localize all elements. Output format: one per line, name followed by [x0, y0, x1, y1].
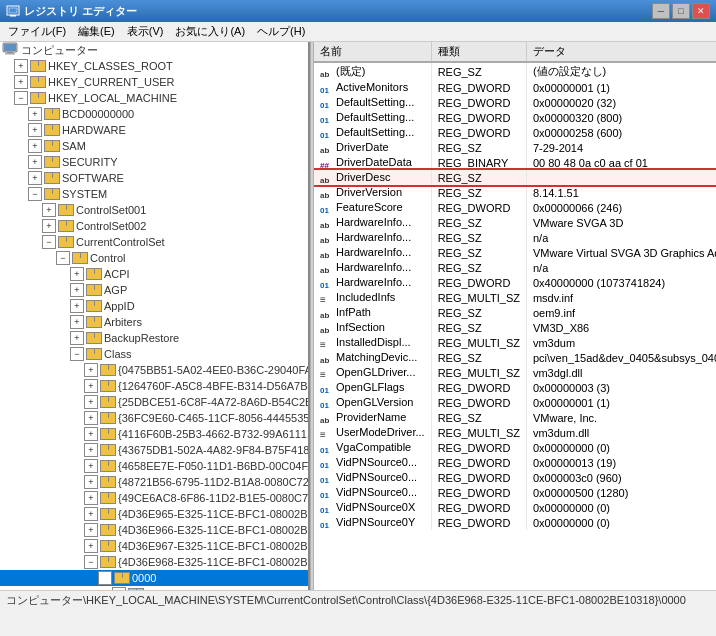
table-row[interactable]: OpenGLFlagsREG_DWORD0x00000003 (3) [314, 380, 716, 395]
menu-help[interactable]: ヘルプ(H) [251, 22, 311, 41]
tree-node-ccs002[interactable]: +ControlSet002 [0, 218, 308, 234]
expander-arbiters[interactable]: + [70, 315, 84, 329]
tree-node-backuprestore[interactable]: +BackupRestore [0, 330, 308, 346]
table-row[interactable]: OpenGLVersionREG_DWORD0x00000001 (1) [314, 395, 716, 410]
table-row[interactable]: DefaultSetting...REG_DWORD0x00000020 (32… [314, 95, 716, 110]
col-type[interactable]: 種類 [431, 42, 526, 62]
expander-cls5[interactable]: + [84, 427, 98, 441]
table-row[interactable]: InstalledDispl...REG_MULTI_SZvm3dum [314, 335, 716, 350]
tree-node-hardware[interactable]: +HARDWARE [0, 122, 308, 138]
tree-node-cls9[interactable]: +{49CE6AC8-6F86-11D2-B1E5-0080C72E74A2} [0, 490, 308, 506]
expander-cls4[interactable]: + [84, 411, 98, 425]
tree-node-cls5[interactable]: +{4116F60B-25B3-4662-B732-99A61111EDC0B} [0, 426, 308, 442]
tree-node-ccs[interactable]: −CurrentControlSet [0, 234, 308, 250]
expander-acpi[interactable]: + [70, 267, 84, 281]
tree-node-cls6[interactable]: +{43675DB1-502A-4A82-9F84-B75F418C5DEA} [0, 442, 308, 458]
expander-cls1[interactable]: + [84, 363, 98, 377]
tree-root[interactable]: コンピューター [0, 42, 308, 58]
tree-node-cls3[interactable]: +{25DBCE51-6C8F-4A72-8A6D-B54C2B4FC835} [0, 394, 308, 410]
tree-node-arbiters[interactable]: +Arbiters [0, 314, 308, 330]
tree-node-cls13[interactable]: −{4D36E968-E325-11CE-BFC1-08002BE10318} [0, 554, 308, 570]
table-row[interactable]: VgaCompatibleREG_DWORD0x00000000 (0) [314, 440, 716, 455]
table-row[interactable]: (既定)REG_SZ(値の設定なし) [314, 62, 716, 80]
tree-node-cls8[interactable]: +{48721B56-6795-11D2-B1A8-0080C72E74A2} [0, 474, 308, 490]
table-row[interactable]: VidPNSource0...REG_DWORD0x00000500 (1280… [314, 485, 716, 500]
maximize-button[interactable]: □ [672, 3, 690, 19]
table-row[interactable]: HardwareInfo...REG_SZn/a [314, 260, 716, 275]
col-name[interactable]: 名前 [314, 42, 431, 62]
expander-control[interactable]: − [56, 251, 70, 265]
expander-hardware[interactable]: + [28, 123, 42, 137]
table-row[interactable]: OpenGLDriver...REG_MULTI_SZvm3dgl.dll [314, 365, 716, 380]
expander-cls7[interactable]: + [84, 459, 98, 473]
expander-sam[interactable]: + [28, 139, 42, 153]
tree-node-cls13_0000[interactable]: −0000 [0, 570, 308, 586]
table-row[interactable]: UserModeDriver...REG_MULTI_SZvm3dum.dll [314, 425, 716, 440]
expander-system[interactable]: − [28, 187, 42, 201]
table-row[interactable]: HardwareInfo...REG_SZVMware Virtual SVGA… [314, 245, 716, 260]
tree-node-cls11[interactable]: +{4D36E966-E325-11CE-BFC1-08002BE10318} [0, 522, 308, 538]
tree-node-appid[interactable]: +AppID [0, 298, 308, 314]
expander-bcd[interactable]: + [28, 107, 42, 121]
table-row[interactable]: DefaultSetting...REG_DWORD0x00000320 (80… [314, 110, 716, 125]
table-row[interactable]: VidPNSource0...REG_DWORD0x000003c0 (960) [314, 470, 716, 485]
tree-node-acpi[interactable]: +ACPI [0, 266, 308, 282]
table-row[interactable]: DefaultSetting...REG_DWORD0x00000258 (60… [314, 125, 716, 140]
menu-edit[interactable]: 編集(E) [72, 22, 121, 41]
expander-ccs002[interactable]: + [42, 219, 56, 233]
table-row[interactable]: HardwareInfo...REG_SZn/a [314, 230, 716, 245]
tree-node-cls7[interactable]: +{4658EE7E-F050-11D1-B6BD-00C04FA372A7} [0, 458, 308, 474]
table-row[interactable]: InfSectionREG_SZVM3D_X86 [314, 320, 716, 335]
table-row[interactable]: DriverDescREG_SZ [314, 170, 716, 185]
tree-node-sam[interactable]: +SAM [0, 138, 308, 154]
expander-hklm[interactable]: − [14, 91, 28, 105]
menu-file[interactable]: ファイル(F) [2, 22, 72, 41]
tree-node-hklm[interactable]: −HKEY_LOCAL_MACHINE [0, 90, 308, 106]
table-row[interactable]: IncludedInfsREG_MULTI_SZmsdv.inf [314, 290, 716, 305]
expander-cls8[interactable]: + [84, 475, 98, 489]
table-row[interactable]: DriverDateREG_SZ7-29-2014 [314, 140, 716, 155]
tree-node-security[interactable]: +SECURITY [0, 154, 308, 170]
tree-node-cls12[interactable]: +{4D36E967-E325-11CE-BFC1-08002BE10318} [0, 538, 308, 554]
table-row[interactable]: VidPNSource0...REG_DWORD0x00000013 (19) [314, 455, 716, 470]
table-row[interactable]: ActiveMonitorsREG_DWORD0x00000001 (1) [314, 80, 716, 95]
table-row[interactable]: HardwareInfo...REG_DWORD0x40000000 (1073… [314, 275, 716, 290]
expander-cls13[interactable]: − [84, 555, 98, 569]
table-row[interactable]: DriverVersionREG_SZ8.14.1.51 [314, 185, 716, 200]
tree-node-cls10[interactable]: +{4D36E965-E325-11CE-BFC1-08002BE10318} [0, 506, 308, 522]
expander-backuprestore[interactable]: + [70, 331, 84, 345]
expander-ccs001[interactable]: + [42, 203, 56, 217]
expander-cls3[interactable]: + [84, 395, 98, 409]
expander-cls13_settings[interactable]: + [112, 587, 126, 590]
tree-node-cls13_settings[interactable]: +Settings [0, 586, 308, 590]
col-data[interactable]: データ [526, 42, 716, 62]
expander-ccs[interactable]: − [42, 235, 56, 249]
table-row[interactable]: ProviderNameREG_SZVMware, Inc. [314, 410, 716, 425]
expander-hkcu[interactable]: + [14, 75, 28, 89]
expander-cls2[interactable]: + [84, 379, 98, 393]
expander-appid[interactable]: + [70, 299, 84, 313]
tree-node-system[interactable]: −SYSTEM [0, 186, 308, 202]
table-row[interactable]: DriverDateDataREG_BINARY00 80 48 0a c0 a… [314, 155, 716, 170]
menu-favorites[interactable]: お気に入り(A) [169, 22, 251, 41]
tree-node-cls2[interactable]: +{1264760F-A5C8-4BFE-B314-D56A7B44A362} [0, 378, 308, 394]
tree-node-class[interactable]: −Class [0, 346, 308, 362]
expander-class[interactable]: − [70, 347, 84, 361]
tree-node-agp[interactable]: +AGP [0, 282, 308, 298]
tree-node-ccs001[interactable]: +ControlSet001 [0, 202, 308, 218]
table-row[interactable]: VidPNSource0XREG_DWORD0x00000000 (0) [314, 500, 716, 515]
tree-node-hkcr[interactable]: +HKEY_CLASSES_ROOT [0, 58, 308, 74]
expander-cls11[interactable]: + [84, 523, 98, 537]
expander-cls13_0000[interactable]: − [98, 571, 112, 585]
table-row[interactable]: FeatureScoreREG_DWORD0x00000066 (246) [314, 200, 716, 215]
tree-node-control[interactable]: −Control [0, 250, 308, 266]
menu-view[interactable]: 表示(V) [121, 22, 170, 41]
tree-node-bcd[interactable]: +BCD00000000 [0, 106, 308, 122]
table-row[interactable]: MatchingDevic...REG_SZpci\ven_15ad&dev_0… [314, 350, 716, 365]
table-row[interactable]: InfPathREG_SZoem9.inf [314, 305, 716, 320]
minimize-button[interactable]: ─ [652, 3, 670, 19]
expander-software[interactable]: + [28, 171, 42, 185]
table-row[interactable]: HardwareInfo...REG_SZVMware SVGA 3D [314, 215, 716, 230]
tree-node-cls1[interactable]: +{0475BB51-5A02-4EE0-B36C-29040FAD2650} [0, 362, 308, 378]
expander-hkcr[interactable]: + [14, 59, 28, 73]
